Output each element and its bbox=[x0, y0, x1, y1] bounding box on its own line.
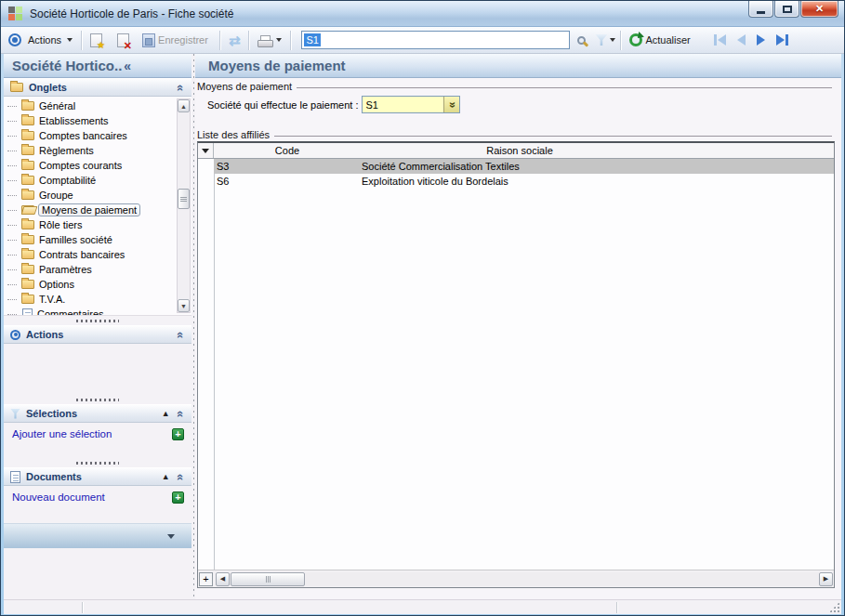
toolbar-separator bbox=[290, 31, 291, 50]
delete-record-button[interactable]: ✕ bbox=[113, 32, 133, 49]
collapse-up-icon[interactable]: ▲ bbox=[162, 409, 170, 418]
first-record-icon bbox=[718, 34, 726, 46]
close-button[interactable]: ✕ bbox=[800, 1, 838, 18]
new-record-button[interactable]: ★ bbox=[86, 32, 106, 49]
refresh-button[interactable]: ⇄ bbox=[225, 32, 244, 49]
scrollbar-thumb[interactable] bbox=[178, 189, 190, 209]
collapse-panel-icon[interactable]: « bbox=[174, 331, 188, 337]
selections-panel-header[interactable]: Sélections ▲ « bbox=[4, 404, 191, 423]
onglet-tree-item[interactable]: Comptabilité bbox=[4, 173, 176, 188]
filter-chevron-down-icon[interactable] bbox=[610, 38, 615, 42]
panel-overflow-bar[interactable] bbox=[4, 523, 191, 548]
table-body: S3 Société Commercialisation Textiles S6… bbox=[198, 159, 834, 570]
collapse-panel-icon[interactable]: « bbox=[174, 410, 188, 416]
folder-icon bbox=[21, 190, 34, 200]
add-row-button[interactable]: + bbox=[199, 572, 213, 586]
table-row[interactable]: S3 Société Commercialisation Textiles bbox=[198, 159, 834, 174]
scroll-left-icon[interactable]: ◀ bbox=[216, 572, 230, 586]
scroll-up-icon[interactable]: ▲ bbox=[178, 99, 190, 112]
onglet-tree-item[interactable]: Commentaires bbox=[4, 307, 176, 316]
tree-connector bbox=[7, 255, 17, 256]
documents-panel-header[interactable]: Documents ▲ « bbox=[4, 467, 191, 486]
affiliates-group-legend: Liste des affiliés bbox=[197, 129, 270, 140]
column-header-raison-sociale[interactable]: Raison sociale bbox=[361, 145, 679, 156]
payer-company-combobox[interactable]: S1 « bbox=[362, 96, 460, 113]
onglet-tree-item[interactable]: Paramètres bbox=[4, 262, 176, 277]
onglet-tree-item[interactable]: Moyens de paiement bbox=[4, 203, 176, 217]
cell-raison-sociale: Société Commercialisation Textiles bbox=[361, 161, 834, 172]
previous-record-button[interactable] bbox=[737, 34, 746, 46]
onglet-tree-item[interactable]: Contrats bancaires bbox=[4, 247, 176, 262]
filter-icon[interactable] bbox=[595, 34, 607, 46]
onglet-tree-item[interactable]: T.V.A. bbox=[4, 292, 176, 307]
actions-panel-header[interactable]: Actions « bbox=[4, 325, 191, 344]
row-selector-header[interactable] bbox=[198, 143, 214, 158]
onglet-tree-item[interactable]: Règlements bbox=[4, 143, 176, 158]
tree-connector bbox=[7, 225, 17, 226]
first-record-button[interactable] bbox=[714, 34, 726, 46]
actions-bullseye-icon bbox=[10, 330, 20, 340]
folder-icon bbox=[21, 235, 34, 244]
actualiser-button[interactable]: Actualiser bbox=[626, 32, 696, 48]
tree-connector bbox=[7, 240, 17, 241]
onglet-tree-item[interactable]: Options bbox=[4, 277, 176, 292]
combobox-dropdown-button[interactable]: « bbox=[443, 97, 459, 112]
actualiser-label: Actualiser bbox=[645, 34, 690, 46]
resize-grip[interactable] bbox=[829, 602, 839, 612]
sidebar-title: Société Hortico.. bbox=[4, 58, 122, 73]
folder-icon bbox=[21, 146, 34, 155]
add-selection-link[interactable]: Ajouter une sélection bbox=[12, 428, 172, 439]
collapse-sidebar-icon[interactable]: « bbox=[124, 59, 131, 73]
column-header-code[interactable]: Code bbox=[214, 145, 361, 156]
print-button[interactable] bbox=[254, 32, 285, 49]
tree-scrollbar[interactable]: ▲ ▼ bbox=[177, 98, 191, 313]
onglet-tree-item[interactable]: Groupe bbox=[4, 188, 176, 203]
tree-connector bbox=[7, 299, 17, 300]
onglet-label: Options bbox=[39, 279, 74, 290]
panel-splitter[interactable] bbox=[4, 395, 191, 404]
table-scroll-row: + ◀ ▶ bbox=[198, 570, 834, 587]
table-row[interactable]: S6 Exploitation viticole du Bordelais bbox=[198, 174, 834, 189]
row-selector-cell[interactable] bbox=[198, 174, 214, 189]
onglet-tree-item[interactable]: Général bbox=[4, 98, 176, 113]
collapse-up-icon[interactable]: ▲ bbox=[162, 472, 170, 481]
app-window: Société Horticole de Paris - Fiche socié… bbox=[0, 0, 845, 616]
maximize-button[interactable] bbox=[774, 1, 799, 18]
add-selection-plus-icon[interactable]: + bbox=[172, 428, 184, 440]
new-document-link[interactable]: Nouveau document bbox=[12, 491, 172, 503]
onglets-panel-header[interactable]: Onglets « bbox=[4, 78, 191, 97]
page-title: Moyens de paiement bbox=[195, 58, 346, 73]
tree-connector bbox=[7, 106, 17, 107]
cell-raison-sociale: Exploitation viticole du Bordelais bbox=[361, 176, 834, 187]
onglet-label: Familles société bbox=[39, 234, 112, 245]
onglet-tree-item[interactable]: Familles société bbox=[4, 232, 176, 247]
scroll-down-icon[interactable]: ▼ bbox=[178, 299, 190, 312]
panel-splitter[interactable] bbox=[4, 316, 191, 325]
collapse-panel-icon[interactable]: « bbox=[174, 473, 188, 479]
minimize-icon bbox=[757, 11, 765, 14]
panel-splitter[interactable] bbox=[4, 458, 191, 467]
horizontal-scrollbar[interactable]: ◀ ▶ bbox=[216, 572, 833, 586]
onglet-tree-item[interactable]: Etablissements bbox=[4, 113, 176, 128]
actions-menu-button[interactable]: Actions bbox=[21, 33, 76, 47]
search-icon[interactable] bbox=[577, 36, 586, 45]
minimize-button[interactable] bbox=[748, 1, 773, 18]
row-selector-cell[interactable] bbox=[198, 159, 214, 174]
onglet-tree-item[interactable]: Rôle tiers bbox=[4, 217, 176, 232]
last-record-button[interactable] bbox=[776, 34, 788, 46]
next-record-button[interactable] bbox=[757, 34, 765, 46]
onglets-tree-items: Général Etablissements Comptes bancaires… bbox=[4, 98, 176, 316]
onglet-tree-item[interactable]: Comptes courants bbox=[4, 158, 176, 173]
double-chevron-down-icon: « bbox=[445, 101, 458, 108]
onglet-label: Moyens de paiement bbox=[38, 203, 140, 216]
search-input[interactable]: S1 bbox=[301, 31, 570, 49]
scroll-right-icon[interactable]: ▶ bbox=[819, 572, 833, 586]
scrollbar-thumb[interactable] bbox=[231, 572, 305, 586]
new-document-plus-icon[interactable]: + bbox=[172, 491, 184, 504]
document-icon bbox=[22, 308, 33, 317]
onglet-tree-item[interactable]: Comptes bancaires bbox=[4, 128, 176, 143]
onglets-tree: Général Etablissements Comptes bancaires… bbox=[4, 97, 191, 316]
folder-icon bbox=[21, 176, 34, 185]
save-button[interactable]: Enregistrer bbox=[139, 32, 215, 49]
collapse-panel-icon[interactable]: « bbox=[174, 84, 188, 90]
